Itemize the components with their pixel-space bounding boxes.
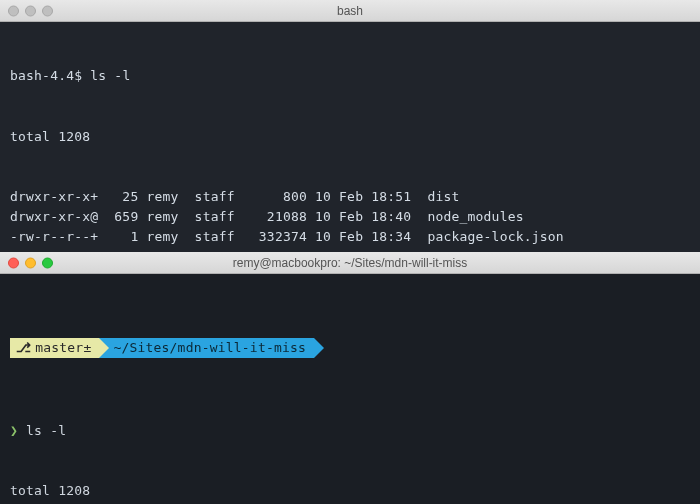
maximize-icon[interactable] bbox=[42, 5, 53, 16]
zsh-terminal[interactable]: ⎇master± ~/Sites/mdn-will-it-miss ❯ ls -… bbox=[0, 274, 700, 504]
bash-terminal[interactable]: bash-4.4$ ls -l total 1208 drwxr-xr-x+ 2… bbox=[0, 22, 700, 252]
minimize-icon[interactable] bbox=[25, 5, 36, 16]
command-line: ❯ ls -l bbox=[10, 421, 690, 441]
dirty-indicator: ± bbox=[83, 340, 91, 355]
zsh-titlebar[interactable]: remy@macbookpro: ~/Sites/mdn-will-it-mis… bbox=[0, 252, 700, 274]
prompt-caret-icon: ❯ bbox=[10, 423, 18, 438]
command-text: ls -l bbox=[26, 423, 66, 438]
total-line: total 1208 bbox=[10, 481, 690, 501]
powerline-prompt: ⎇master± ~/Sites/mdn-will-it-miss bbox=[10, 338, 690, 358]
zsh-window: remy@macbookpro: ~/Sites/mdn-will-it-mis… bbox=[0, 252, 700, 504]
ls-row: -rw-r--r--+ 1 remy staff 332374 10 Feb 1… bbox=[10, 227, 690, 247]
branch-name: master bbox=[35, 340, 83, 355]
window-controls bbox=[8, 5, 53, 16]
close-icon[interactable] bbox=[8, 257, 19, 268]
window-controls bbox=[8, 257, 53, 268]
ls-row: drwxr-xr-x+ 25 remy staff 800 10 Feb 18:… bbox=[10, 187, 690, 207]
command-text: ls -l bbox=[90, 68, 130, 83]
cwd-segment: ~/Sites/mdn-will-it-miss bbox=[99, 338, 314, 358]
close-icon[interactable] bbox=[8, 5, 19, 16]
ls-row: drwxr-xr-x@ 659 remy staff 21088 10 Feb … bbox=[10, 207, 690, 227]
total-line: total 1208 bbox=[10, 127, 690, 147]
prompt-line: bash-4.4$ ls -l bbox=[10, 66, 690, 86]
maximize-icon[interactable] bbox=[42, 257, 53, 268]
prompt: bash-4.4$ bbox=[10, 68, 90, 83]
bash-window: bash bash-4.4$ ls -l total 1208 drwxr-xr… bbox=[0, 0, 700, 252]
cwd-text: ~/Sites/mdn-will-it-miss bbox=[113, 338, 306, 358]
bash-titlebar[interactable]: bash bbox=[0, 0, 700, 22]
branch-icon: ⎇ bbox=[16, 340, 31, 355]
window-title: bash bbox=[337, 4, 363, 18]
window-title: remy@macbookpro: ~/Sites/mdn-will-it-mis… bbox=[233, 256, 468, 270]
branch-segment: ⎇master± bbox=[10, 338, 99, 358]
minimize-icon[interactable] bbox=[25, 257, 36, 268]
